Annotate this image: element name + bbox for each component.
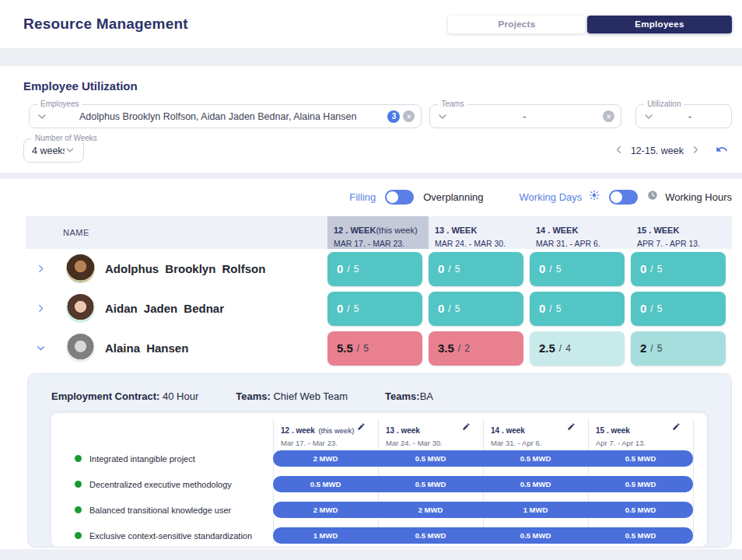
employee-row[interactable]: Aidan Jaden Bednar 0/5 0/5 0/5 0/5 [26,289,732,328]
row-collapse-icon[interactable] [36,343,46,353]
utilization-cell[interactable]: 0/5 [530,252,625,286]
filling-overplanning-toggle[interactable] [385,190,414,205]
edit-week-button[interactable] [357,422,366,433]
next-week-button[interactable] [690,144,702,157]
reset-button[interactable] [716,143,728,158]
allocation-value: 1 MWD [273,531,378,540]
project-row: Balanced transitional knowledge user 2 M… [51,497,707,523]
employees-select[interactable]: Employees Adolphus Brooklyn Rolfson, Aid… [29,104,422,128]
utilization-value: 0 [539,302,545,315]
employee-row[interactable]: Alaina Hansen 5.5/5 3.5/2 2.5/4 2/5 [26,328,732,368]
allocation-bar[interactable]: 2 MWD 2 MWD 1 MWD 0.5 MWD [273,502,693,518]
utilization-cell[interactable]: 0/5 [429,252,523,286]
utilization-max: 5 [556,303,562,314]
chevron-down-icon [436,110,449,123]
project-status-dot [75,506,82,513]
project-row: Integrated intangible project 2 MWD 0.5 … [51,446,707,471]
tab-employees[interactable]: Employees [587,16,732,33]
utilization-value: 0 [539,262,545,275]
toggle-knob [387,191,398,203]
week-header: 15 . week Apr 7. - Apr 13. [588,419,693,446]
project-name: Integrated intangible project [89,454,195,464]
edit-week-button[interactable] [567,422,576,433]
employees-select-value: Adolphus Brooklyn Rolfson, Aidan Jaden B… [48,111,387,122]
week-header: 12 . WEEK(this week) MAR 17. - MAR 23. [327,216,429,249]
allocation-table: 12 . week (this week) Mar 17. - Mar 23. … [51,413,707,547]
utilization-value: 3.5 [438,341,454,355]
teams-meta: Teams: Chief Web Team [236,390,348,402]
utilization-select[interactable]: Utilization - [635,104,732,128]
clear-icon[interactable]: × [603,110,614,122]
utilization-value: 0 [640,262,646,275]
previous-week-button[interactable] [613,144,625,157]
utilization-cell[interactable]: 2/5 [631,331,726,366]
utilization-separator: / [559,343,562,354]
number-of-weeks-select[interactable]: Number of Weeks 4 weeks [23,138,84,163]
project-row: Decentralized executive methodology 0.5 … [51,471,707,497]
working-days-label: Working Days [520,191,583,203]
tab-projects[interactable]: Projects [448,16,586,33]
utilization-max: 2 [464,343,470,354]
utilization-cell[interactable]: 0/5 [327,292,422,326]
pencil-icon [357,422,366,433]
top-bar: Resource Management Projects Employees [0,0,742,48]
row-expand-icon[interactable] [36,264,46,274]
employee-detail-panel: Employment Contract: 40 Hour Teams: Chie… [27,373,732,548]
project-status-dot [75,455,82,462]
allocation-value: 0.5 MWD [378,480,483,488]
week-header: 14 . WEEK MAR 31. - APR 6. [530,216,631,249]
allocation-value: 0.5 MWD [588,454,693,463]
allocation-value: 2 MWD [273,454,378,463]
edit-week-button[interactable] [462,422,471,433]
utilization-value: 5.5 [337,341,353,355]
utilization-cell[interactable]: 3.5/2 [429,331,523,366]
utilization-max: 5 [455,264,460,275]
sun-icon [589,190,600,204]
week-header: 13 . WEEK MAR 24. - MAR 30. [429,216,530,249]
utilization-cell[interactable]: 2.5/4 [530,331,625,366]
utilization-cell[interactable]: 0/5 [530,292,625,326]
utilization-select-label: Utilization [644,100,684,108]
teams-select[interactable]: Teams - × [429,104,621,128]
utilization-separator: / [549,303,551,314]
allocation-bar[interactable]: 0.5 MWD 0.5 MWD 0.5 MWD 0.5 MWD [273,476,693,492]
utilization-value: 0 [438,262,444,275]
utilization-value: 2 [640,341,646,355]
utilization-max: 5 [455,303,460,314]
chevron-down-icon [642,110,655,123]
avatar [66,294,95,323]
utilization-cell[interactable]: 5.5/5 [327,331,422,366]
allocation-bar[interactable]: 2 MWD 0.5 MWD 0.5 MWD 0.5 MWD [273,450,693,467]
utilization-cell[interactable]: 0/5 [327,252,422,286]
utilization-cell[interactable]: 0/5 [631,292,726,326]
selected-count-badge: 3 [387,110,400,123]
employee-name: Adolphus Brooklyn Rolfson [105,262,265,275]
filters-card: Employee Utilization Employees Adolphus … [0,66,742,173]
utilization-max: 5 [657,303,663,314]
reset-icon [716,143,728,158]
clear-icon[interactable]: × [403,110,415,122]
employee-row[interactable]: Adolphus Brooklyn Rolfson 0/5 0/5 0/5 0/… [26,249,732,289]
section-title: Employee Utilization [23,79,732,93]
project-status-dot [75,481,82,488]
allocation-value: 0.5 MWD [378,531,483,540]
utilization-cell[interactable]: 0/5 [631,252,726,286]
table-header-row: NAME 12 . WEEK(this week) MAR 17. - MAR … [26,216,732,249]
allocation-value: 2 MWD [273,506,378,514]
week-range-label: 12-15. week [631,145,684,156]
utilization-separator: / [347,264,349,275]
utilization-cell[interactable]: 0/5 [429,292,523,326]
utilization-separator: / [650,303,653,314]
allocation-value: 0.5 MWD [378,454,483,463]
chevron-right-icon [690,144,702,157]
row-expand-icon[interactable] [36,303,46,313]
avatar [66,254,95,283]
utilization-value: 0 [640,302,646,315]
teams-meta-2: Teams:BA [385,390,433,402]
utilization-value: 2.5 [539,341,555,355]
days-hours-toggle[interactable] [609,190,638,205]
edit-week-button[interactable] [672,422,681,433]
allocation-bar[interactable]: 1 MWD 0.5 MWD 0.5 MWD 0.5 MWD [273,527,693,544]
utilization-separator: / [448,303,450,314]
display-toggles: Filling Overplanning Working Days Workin… [26,187,732,207]
